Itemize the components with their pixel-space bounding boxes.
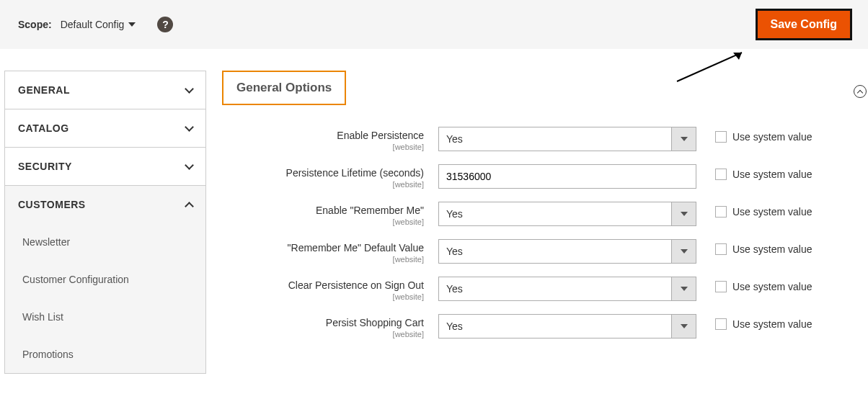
chevron-up-icon [185, 202, 194, 211]
field-row: Enable Persistence[website]YesUse system… [222, 127, 852, 151]
sidebar-group-label: GENERAL [18, 84, 70, 96]
use-system-checkbox[interactable] [715, 243, 727, 255]
field-scope-tag: [website] [222, 180, 424, 189]
use-system-label: Use system value [732, 243, 812, 255]
sidebar: GENERAL CATALOG SECURITY CUSTOMERS Newsl… [4, 71, 206, 374]
sidebar-group-label: SECURITY [18, 161, 72, 172]
chevron-down-icon [681, 287, 688, 291]
fields-container: Enable Persistence[website]YesUse system… [222, 127, 852, 339]
field-input-col: Yes [438, 202, 696, 226]
field-row: Clear Persistence on Sign Out[website]Ye… [222, 277, 852, 301]
select-field[interactable]: Yes [438, 127, 696, 151]
collapse-section-button[interactable] [854, 85, 867, 98]
use-system-label: Use system value [732, 131, 812, 143]
main-area: GENERAL CATALOG SECURITY CUSTOMERS Newsl… [0, 49, 868, 374]
use-system-col: Use system value [715, 202, 812, 218]
chevron-down-icon [681, 249, 688, 254]
use-system-checkbox[interactable] [715, 169, 727, 180]
select-field[interactable]: Yes [438, 277, 696, 301]
select-value: Yes [438, 277, 672, 301]
use-system-label: Use system value [732, 318, 812, 330]
chevron-down-icon [681, 324, 688, 328]
select-field[interactable]: Yes [438, 314, 696, 339]
field-label-col: Clear Persistence on Sign Out[website] [222, 277, 438, 301]
chevron-down-icon [681, 212, 688, 216]
field-scope-tag: [website] [222, 255, 424, 264]
use-system-col: Use system value [715, 239, 812, 255]
field-label-col: Enable Persistence[website] [222, 127, 438, 151]
section-title: General Options [222, 71, 346, 105]
field-scope-tag: [website] [222, 330, 424, 339]
chevron-up-icon [857, 89, 863, 95]
select-dropdown-button[interactable] [672, 239, 696, 264]
select-field[interactable]: Yes [438, 239, 696, 264]
use-system-col: Use system value [715, 164, 812, 180]
sidebar-group-customers[interactable]: CUSTOMERS [4, 185, 206, 223]
field-row: Persistence Lifetime (seconds)[website]U… [222, 164, 852, 189]
field-label: "Remember Me" Default Value [222, 242, 424, 254]
field-label-col: Persist Shopping Cart[website] [222, 314, 438, 339]
use-system-checkbox[interactable] [715, 318, 727, 330]
select-value: Yes [438, 314, 672, 339]
select-dropdown-button[interactable] [672, 202, 696, 226]
field-scope-tag: [website] [222, 218, 424, 226]
field-label-col: Persistence Lifetime (seconds)[website] [222, 164, 438, 189]
select-dropdown-button[interactable] [672, 127, 696, 151]
select-value: Yes [438, 202, 672, 226]
field-row: Persist Shopping Cart[website]YesUse sys… [222, 314, 852, 339]
use-system-label: Use system value [732, 169, 812, 180]
text-input[interactable] [438, 164, 696, 189]
field-input-col: Yes [438, 277, 696, 301]
field-label: Enable Persistence [222, 130, 424, 141]
field-row: Enable "Remember Me"[website]YesUse syst… [222, 202, 852, 226]
use-system-checkbox[interactable] [715, 281, 727, 292]
chevron-down-icon [128, 22, 136, 27]
sidebar-item-newsletter[interactable]: Newsletter [5, 223, 205, 261]
chevron-down-icon [681, 137, 688, 141]
use-system-checkbox[interactable] [715, 131, 727, 143]
field-label: Persistence Lifetime (seconds) [222, 167, 424, 179]
content: General Options Enable Persistence[websi… [206, 71, 868, 374]
field-label: Enable "Remember Me" [222, 205, 424, 216]
sidebar-group-general[interactable]: GENERAL [4, 71, 206, 109]
sidebar-group-label: CATALOG [18, 122, 69, 134]
svg-marker-1 [733, 53, 742, 60]
sidebar-group-catalog[interactable]: CATALOG [4, 109, 206, 147]
scope-select[interactable]: Default Config [61, 19, 136, 30]
select-field[interactable]: Yes [438, 202, 696, 226]
sidebar-group-security[interactable]: SECURITY [4, 147, 206, 185]
chevron-down-icon [185, 161, 194, 170]
field-scope-tag: [website] [222, 292, 424, 301]
field-row: "Remember Me" Default Value[website]YesU… [222, 239, 852, 264]
field-label-col: Enable "Remember Me"[website] [222, 202, 438, 226]
field-label: Clear Persistence on Sign Out [222, 279, 424, 291]
field-input-col [438, 164, 696, 189]
select-dropdown-button[interactable] [672, 314, 696, 339]
sidebar-item-customer-configuration[interactable]: Customer Configuration [5, 261, 205, 298]
help-icon[interactable]: ? [157, 17, 173, 32]
use-system-col: Use system value [715, 127, 812, 143]
field-label-col: "Remember Me" Default Value[website] [222, 239, 438, 264]
field-label: Persist Shopping Cart [222, 317, 424, 328]
save-config-button[interactable]: Save Config [756, 9, 852, 40]
scope-value: Default Config [61, 19, 125, 30]
select-dropdown-button[interactable] [672, 277, 696, 301]
use-system-col: Use system value [715, 277, 812, 292]
use-system-checkbox[interactable] [715, 206, 727, 218]
field-input-col: Yes [438, 314, 696, 339]
field-input-col: Yes [438, 127, 696, 151]
sidebar-group-label: CUSTOMERS [18, 199, 86, 210]
select-value: Yes [438, 239, 672, 264]
field-scope-tag: [website] [222, 143, 424, 151]
sidebar-item-wish-list[interactable]: Wish List [5, 298, 205, 336]
use-system-label: Use system value [732, 206, 812, 218]
select-value: Yes [438, 127, 672, 151]
chevron-down-icon [185, 84, 194, 94]
top-bar: Scope: Default Config ? Save Config [0, 0, 868, 49]
use-system-col: Use system value [715, 314, 812, 330]
sidebar-items-customers: Newsletter Customer Configuration Wish L… [4, 223, 206, 374]
chevron-down-icon [185, 122, 194, 132]
field-input-col: Yes [438, 239, 696, 264]
scope-label: Scope: [18, 19, 52, 30]
sidebar-item-promotions[interactable]: Promotions [5, 336, 205, 373]
